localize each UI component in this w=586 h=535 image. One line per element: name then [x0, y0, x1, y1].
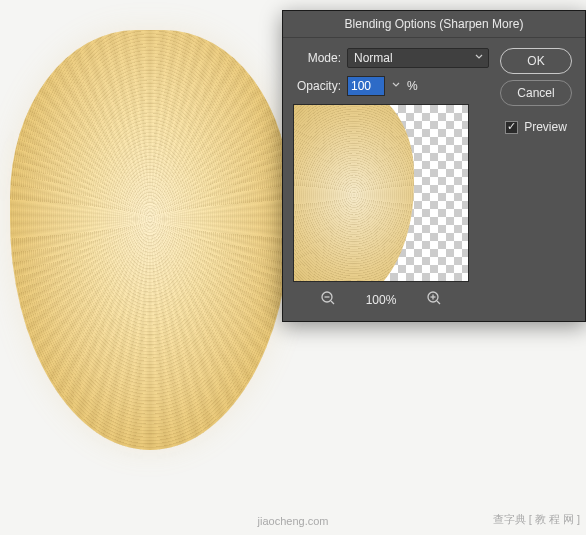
svg-line-1 — [331, 301, 334, 304]
mode-label: Mode: — [293, 51, 341, 65]
dialog-title: Blending Options (Sharpen More) — [283, 11, 585, 38]
opacity-input[interactable]: 100 — [347, 76, 385, 96]
zoom-level: 100% — [366, 293, 397, 307]
chevron-down-icon — [474, 51, 484, 65]
opacity-unit: % — [407, 79, 418, 93]
filter-preview[interactable] — [293, 104, 469, 282]
watermark-right: 查字典 [ 教 程 网 ] — [493, 512, 580, 527]
ok-button[interactable]: OK — [500, 48, 572, 74]
preview-checkbox[interactable] — [505, 121, 518, 134]
mode-value: Normal — [354, 51, 393, 65]
cancel-button[interactable]: Cancel — [500, 80, 572, 106]
preview-artwork — [293, 104, 414, 282]
zoom-in-icon[interactable] — [426, 290, 442, 309]
watermark-left: jiaocheng.com — [258, 515, 329, 527]
opacity-stepper-icon[interactable] — [391, 80, 401, 92]
blending-options-dialog: Blending Options (Sharpen More) Mode: No… — [282, 10, 586, 322]
mode-dropdown[interactable]: Normal — [347, 48, 489, 68]
zoom-out-icon[interactable] — [320, 290, 336, 309]
preview-label: Preview — [524, 120, 567, 134]
svg-line-4 — [437, 301, 440, 304]
opacity-label: Opacity: — [293, 79, 341, 93]
artwork-preview — [10, 30, 290, 450]
